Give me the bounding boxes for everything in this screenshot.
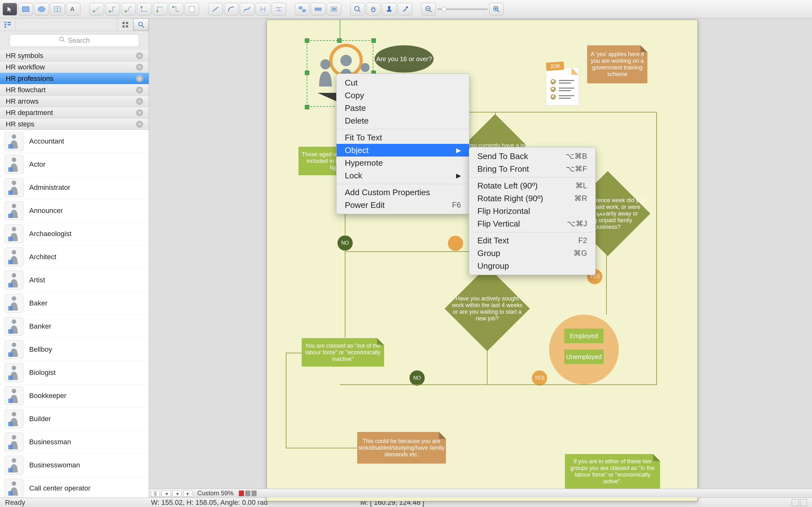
menu-item[interactable]: Ungroup xyxy=(469,260,595,272)
library-item[interactable]: Biologist xyxy=(0,361,149,384)
connector-l1[interactable] xyxy=(137,3,152,15)
selection-handle[interactable] xyxy=(305,105,309,109)
menu-item[interactable]: Edit TextF2 xyxy=(469,234,595,247)
zoom-level-label[interactable]: Custom 59% xyxy=(194,490,237,497)
start-node[interactable]: Are you 16 or over? xyxy=(374,45,434,72)
employed-box[interactable]: Employed xyxy=(564,329,604,343)
text-tool[interactable]: A xyxy=(66,3,81,15)
library-item[interactable]: Artist xyxy=(0,269,149,292)
connector-round[interactable] xyxy=(121,3,136,15)
status-icon[interactable] xyxy=(792,499,799,506)
zoom-slider[interactable] xyxy=(437,3,488,15)
no-circle[interactable]: NO xyxy=(338,235,353,250)
dropper-tool[interactable] xyxy=(398,3,412,15)
note-reason[interactable]: This could be because you are sick/disab… xyxy=(357,432,446,464)
menu-item[interactable]: Bring To Front⌥⌘F xyxy=(469,163,595,175)
close-icon[interactable]: × xyxy=(136,121,143,128)
scroll-first-icon[interactable]: ◂ xyxy=(162,490,171,497)
rect-tool[interactable] xyxy=(18,3,33,15)
menu-item[interactable]: Cut xyxy=(337,76,469,89)
close-icon[interactable]: × xyxy=(136,87,143,94)
dim-v-tool[interactable] xyxy=(256,3,270,15)
align-tool2[interactable] xyxy=(311,3,325,15)
library-item[interactable]: Administrator xyxy=(0,176,149,199)
align-tool1[interactable] xyxy=(295,3,310,15)
object-submenu[interactable]: Send To Back⌥⌘BBring To Front⌥⌘FRotate L… xyxy=(469,147,596,275)
connector-l3[interactable] xyxy=(169,3,183,15)
align-tool3[interactable] xyxy=(327,3,341,15)
menu-item[interactable]: Rotate Right (90º)⌘R xyxy=(469,192,595,205)
category-row[interactable]: HR professions× xyxy=(0,73,149,84)
zoom-out-button[interactable] xyxy=(421,3,436,15)
menu-item[interactable]: Lock▶ xyxy=(337,169,469,182)
library-item[interactable]: Baker xyxy=(0,292,149,315)
no-circle[interactable]: NO xyxy=(409,371,425,386)
note-yes-scheme[interactable]: A 'yes' applies here if you are working … xyxy=(587,45,647,83)
stamp-tool[interactable] xyxy=(382,3,397,15)
scroll-stop-icon[interactable]: || xyxy=(151,490,160,497)
menu-item[interactable]: Rotate Left (90º)⌘L xyxy=(469,179,595,192)
category-row[interactable]: HR symbols× xyxy=(0,50,149,61)
canvas-area[interactable]: Are you 16 or over? A 'yes' applies here… xyxy=(149,18,812,498)
unemployed-box[interactable]: Unemployed xyxy=(564,349,604,364)
line-tool[interactable] xyxy=(208,3,223,15)
menu-item[interactable]: Hypernote xyxy=(337,157,469,169)
zoom-in-button[interactable] xyxy=(489,3,504,15)
library-item[interactable]: Accountant xyxy=(0,130,149,153)
search-view-icon[interactable] xyxy=(133,18,149,31)
menu-item[interactable]: Fit To Text xyxy=(337,131,469,144)
library-item[interactable]: Businesswoman xyxy=(0,454,149,477)
menu-item[interactable]: Add Custom Properties xyxy=(337,186,469,199)
zoom-tool[interactable] xyxy=(350,3,365,15)
library-item[interactable]: Banker xyxy=(0,315,149,338)
library-item[interactable]: Architect xyxy=(0,245,149,269)
arc-tool[interactable] xyxy=(224,3,239,15)
library-item[interactable]: Call center operator xyxy=(0,477,149,498)
library-item[interactable]: Bellboy xyxy=(0,338,149,361)
dim-h-tool[interactable] xyxy=(271,3,286,15)
spline-tool[interactable] xyxy=(240,3,254,15)
pan-tool[interactable] xyxy=(366,3,380,15)
job-card[interactable]: JOB xyxy=(546,67,579,106)
menu-item[interactable]: Delete xyxy=(337,114,469,127)
search-input[interactable]: Search xyxy=(9,34,139,47)
menu-item[interactable]: Paste xyxy=(337,102,469,114)
category-row[interactable]: HR workflow× xyxy=(0,61,149,73)
ellipse-tool[interactable] xyxy=(34,3,49,15)
library-tree-icon[interactable] xyxy=(0,18,16,31)
connector-smart[interactable] xyxy=(105,3,120,15)
category-row[interactable]: HR flowchart× xyxy=(0,84,149,96)
partial-orange-circle[interactable] xyxy=(448,236,463,251)
library-item[interactable]: Businessman xyxy=(0,431,149,454)
close-icon[interactable]: × xyxy=(136,109,143,116)
close-icon[interactable]: × xyxy=(136,75,143,82)
category-row[interactable]: HR department× xyxy=(0,107,149,118)
category-row[interactable]: HR steps× xyxy=(0,118,149,130)
library-item[interactable]: Archaeologist xyxy=(0,222,149,245)
context-menu[interactable]: CutCopyPasteDeleteFit To TextObject▶Hype… xyxy=(336,73,469,214)
note-either[interactable]: If you are in either of these two groups… xyxy=(565,454,660,489)
table-tool[interactable] xyxy=(50,3,65,15)
menu-item[interactable]: Flip Horizontal xyxy=(469,205,595,217)
page-insert-tool[interactable] xyxy=(185,3,199,15)
close-icon[interactable]: × xyxy=(136,64,143,71)
category-row[interactable]: HR arrows× xyxy=(0,96,149,107)
menu-item[interactable]: Object▶ xyxy=(337,144,469,157)
close-icon[interactable]: × xyxy=(136,52,143,59)
decision-sought[interactable]: Have you actively sought work within the… xyxy=(445,266,530,351)
library-item[interactable]: Bookkeeper xyxy=(0,384,149,407)
grid-view-icon[interactable] xyxy=(117,18,133,31)
yes-circle[interactable]: YES xyxy=(532,371,547,386)
select-tool[interactable] xyxy=(3,3,17,15)
scroll-next-icon[interactable]: ▸ xyxy=(183,490,192,497)
menu-item[interactable]: Copy xyxy=(337,89,469,102)
menu-item[interactable]: Flip Vertical⌥⌘J xyxy=(469,217,595,230)
menu-item[interactable]: Send To Back⌥⌘B xyxy=(469,150,595,163)
connector-l2[interactable] xyxy=(153,3,167,15)
connector-direct[interactable] xyxy=(90,3,104,15)
note-out-force[interactable]: You are classed as "out of the labour fo… xyxy=(302,338,384,367)
menu-item[interactable]: Power EditF6 xyxy=(337,199,469,211)
scroll-prev-icon[interactable]: ◂ xyxy=(172,490,182,497)
library-item[interactable]: Builder xyxy=(0,407,149,431)
menu-item[interactable]: Group⌘G xyxy=(469,247,595,260)
